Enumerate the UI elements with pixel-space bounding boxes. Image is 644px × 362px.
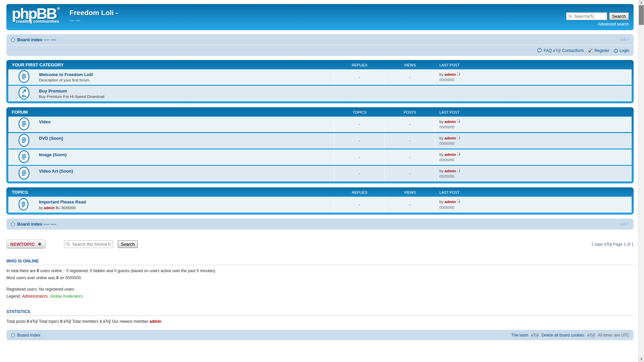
forum-link[interactable]: Video Art (Soon) [39, 169, 73, 174]
link-separator: вЂў [553, 48, 561, 53]
view-latest-post-icon[interactable] [457, 199, 461, 203]
login-link[interactable]: Login [620, 48, 629, 53]
lastpost-date: 00/00/00 [439, 174, 461, 179]
category-title[interactable]: FORUM [8, 110, 334, 115]
topics-cell: - [334, 150, 384, 165]
topics-title: TOPICS [8, 190, 334, 195]
site-header: phpBB® creating communities Freedom Loli… [6, 4, 634, 30]
scroll-down-arrow-icon[interactable]: ▼ [639, 357, 644, 362]
column-lastpost: LAST POST [435, 190, 632, 194]
topics-section: TOPICS REPLIES VIEWS LAST POST Important… [6, 187, 634, 215]
lastpost-user-link[interactable]: admin [444, 136, 456, 140]
category-section-2: FORUM TOPICS POSTS LAST POST Video - - b… [6, 107, 634, 183]
the-team-link[interactable]: The team [511, 333, 528, 338]
action-bar: NEWTOPIC ✱ Search 1 topic вЂў Page 1 of … [6, 240, 634, 249]
view-latest-post-icon[interactable] [457, 119, 461, 123]
forum-link[interactable]: Video [39, 119, 51, 124]
breadcrumb[interactable]: Board index ---- ---- [11, 37, 56, 42]
forum-link[interactable]: Welcome to Freedom Loli! [39, 72, 93, 77]
view-latest-post-icon[interactable] [457, 72, 461, 76]
lastpost-cell: by admin 00/00/00 [435, 150, 631, 165]
newest-member-link[interactable]: admin [149, 319, 161, 324]
forum-icon [18, 70, 30, 84]
legend-global-moderators-link[interactable]: Global moderators [50, 294, 83, 299]
delete-cookies-link[interactable]: Delete all board cookies [541, 333, 584, 338]
search-icon [66, 242, 70, 246]
scroll-up-arrow-icon[interactable]: ▲ [639, 0, 644, 5]
advanced-search-link[interactable]: Advanced search [598, 22, 629, 26]
column-replies: REPLIES [334, 190, 385, 194]
forum-link[interactable]: Image (Soon) [39, 152, 66, 157]
breadcrumb-label: Board index ---- ---- [17, 222, 56, 227]
lastpost-user-link[interactable]: admin [444, 120, 456, 124]
contactform-link[interactable]: Contactform [562, 48, 584, 53]
posts-cell: - [384, 133, 435, 148]
category-section-1: YOUR FIRST CATEGORY REPLIES VIEWS LAST P… [6, 60, 634, 103]
view-latest-post-icon[interactable] [457, 136, 461, 140]
new-topic-button[interactable]: NEWTOPIC ✱ [6, 240, 46, 249]
forum-search-button[interactable]: Search [118, 240, 138, 248]
topic-row: Important Please Read by admin В» 00/00/… [8, 197, 632, 213]
lastpost-user-link[interactable]: admin [444, 72, 456, 76]
lastpost-date: 00/00/00 [439, 124, 461, 130]
svg-text:?: ? [539, 48, 540, 52]
scrollbar-thumb[interactable] [639, 5, 644, 25]
topics-cell: - [334, 166, 384, 181]
change-font-size-icon[interactable]: vA^ [620, 37, 629, 42]
forum-icon [18, 150, 30, 164]
replies-cell: - [334, 197, 384, 212]
forum-search-input[interactable] [71, 242, 111, 247]
topic-link[interactable]: Important Please Read [39, 199, 86, 204]
home-icon [11, 222, 15, 226]
lastpost-cell: by admin 00/00/00 [435, 166, 631, 181]
column-replies: REPLIES [334, 63, 385, 67]
lastpost-user-link[interactable]: admin [444, 200, 456, 204]
footer-links: The team вЂў Delete all board cookies вЂ… [511, 333, 629, 338]
forum-link[interactable]: Buy Premium [39, 88, 67, 94]
topics-cell: - [334, 133, 384, 148]
statistics-title: STATISTICS [6, 309, 634, 316]
breadcrumb-label: Board index [17, 333, 40, 338]
lastpost-user-link[interactable]: admin [444, 169, 456, 173]
navbar-divider [6, 45, 634, 45]
scrollbar[interactable]: ▲ ▼ [638, 0, 644, 362]
topic-author-link[interactable]: admin [44, 206, 55, 210]
forum-link[interactable]: DVD (Soon) [39, 136, 63, 141]
column-lastpost: LAST POST [435, 63, 632, 67]
category-header: YOUR FIRST CATEGORY REPLIES VIEWS LAST P… [8, 60, 632, 69]
forum-row: Welcome to Freedom Loli! Description of … [8, 69, 632, 85]
category-title[interactable]: YOUR FIRST CATEGORY [8, 62, 334, 67]
lastpost-date: 00/00/00 [439, 157, 461, 163]
lastpost-cell: by admin 00/00/00 [435, 133, 631, 148]
bottom-navbar: Board index ---- ---- vA^ [6, 219, 634, 230]
phpbb-logo[interactable]: phpBB® creating communities [6, 4, 60, 24]
site-title-block: Freedom Loli - ---- ---- [69, 4, 118, 22]
breadcrumb[interactable]: Board index [11, 333, 40, 338]
forum-row: Image (Soon) - - by admin 00/00/00 [8, 149, 632, 165]
column-lastpost: LAST POST [435, 110, 632, 114]
register-link[interactable]: Register [594, 48, 609, 53]
forum-row: Buy Premium Buy Premium For Hi-Speed Dow… [8, 86, 632, 101]
forum-search: Search [64, 240, 138, 248]
legend-administrators-link[interactable]: Administrators [22, 294, 48, 299]
category-header: FORUM TOPICS POSTS LAST POST [8, 108, 632, 117]
forum-icon [18, 167, 30, 181]
star-icon: ✱ [38, 242, 42, 247]
who-is-online: WHO IS ONLINE In total there are 0 users… [6, 259, 634, 299]
header-search: Search Advanced search [566, 12, 629, 26]
view-latest-post-icon[interactable] [457, 152, 461, 156]
search-input[interactable] [574, 14, 605, 19]
forum-description: Buy Premium For Hi-Speed Download [39, 95, 630, 99]
who-is-online-title: WHO IS ONLINE [6, 259, 634, 265]
faq-link[interactable]: FAQ [544, 48, 552, 53]
logo-tagline: creating communities [12, 19, 60, 24]
lastpost-user-link[interactable]: admin [444, 153, 456, 157]
registered-users-line: Registered users: No registered users [6, 286, 634, 292]
topic-byline: by admin В» 00/00/00 [39, 206, 332, 210]
forum-description: Description of your first forum. [39, 78, 332, 82]
breadcrumb[interactable]: Board index ---- ---- [11, 222, 56, 227]
view-latest-post-icon[interactable] [457, 169, 461, 173]
search-button[interactable]: Search [609, 12, 629, 20]
faq-icon: ? [537, 48, 542, 53]
change-font-size-icon[interactable]: vA^ [620, 222, 629, 227]
